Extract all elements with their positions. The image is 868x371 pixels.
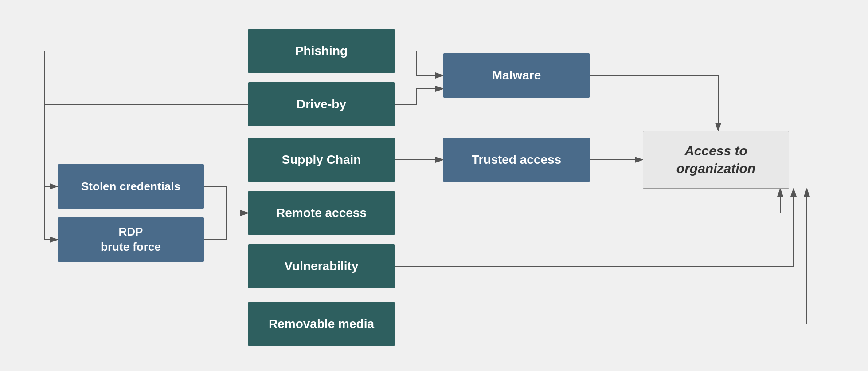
supply-chain-box: Supply Chain (248, 138, 395, 182)
drive-by-box: Drive-by (248, 82, 395, 126)
malware-box: Malware (443, 53, 590, 98)
removable-media-box: Removable media (248, 302, 395, 346)
vulnerability-box: Vulnerability (248, 244, 395, 288)
access-to-org-box: Access toorganization (643, 131, 789, 189)
remote-access-box: Remote access (248, 191, 395, 235)
phishing-box: Phishing (248, 29, 395, 73)
rdp-brute-force-box: RDPbrute force (58, 217, 204, 262)
stolen-credentials-box: Stolen credentials (58, 164, 204, 209)
trusted-access-box: Trusted access (443, 138, 590, 182)
diagram-container: Stolen credentials RDPbrute force Phishi… (0, 0, 868, 371)
